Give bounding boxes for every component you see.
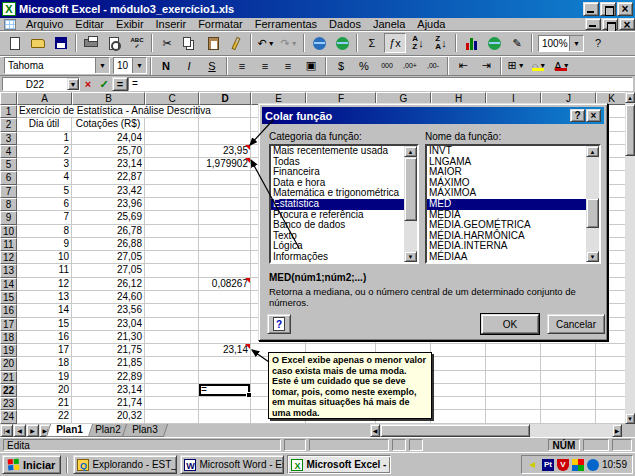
bold-icon[interactable]: N: [155, 57, 177, 74]
cell-A19[interactable]: 17: [17, 344, 72, 357]
cell-B21[interactable]: 22,89: [72, 371, 145, 384]
chart-wizard-icon[interactable]: [460, 33, 482, 53]
cell-A20[interactable]: 18: [17, 357, 72, 370]
cell-B2[interactable]: Cotações (R$): [72, 118, 145, 131]
menu-item-editar[interactable]: Editar: [69, 18, 110, 31]
cell-B19[interactable]: 21,75: [72, 344, 145, 357]
category-listbox[interactable]: Mais recentemente usadaTodasFinanceiraDa…: [269, 144, 419, 264]
align-right-icon[interactable]: ≡: [277, 57, 299, 74]
cell-D20[interactable]: [199, 357, 251, 370]
cell-A12[interactable]: 10: [17, 251, 72, 264]
cell-C22[interactable]: [145, 384, 199, 397]
row-header-11[interactable]: 11: [0, 238, 17, 251]
cell-C18[interactable]: [145, 331, 199, 344]
minimize-button[interactable]: [583, 2, 599, 16]
menu-item-exibir[interactable]: Exibir: [110, 18, 150, 31]
enter-entry-icon[interactable]: ✓: [96, 77, 112, 91]
column-header-D[interactable]: D: [199, 92, 251, 105]
cell-B4[interactable]: 25,70: [72, 145, 145, 158]
scroll-left-icon[interactable]: ◀: [370, 424, 380, 437]
row-header-3[interactable]: 3: [0, 132, 17, 145]
cell-C7[interactable]: [145, 185, 199, 198]
first-sheet-icon[interactable]: |◀: [0, 424, 13, 437]
cell-B23[interactable]: 21,74: [72, 397, 145, 410]
font-size-select[interactable]: 10 ▼: [113, 57, 147, 74]
scheduler-icon[interactable]: [572, 459, 584, 471]
dialog-close-icon[interactable]: ×: [586, 109, 601, 122]
cell-B22[interactable]: 23,14: [72, 384, 145, 397]
doc-minimize-button[interactable]: [585, 18, 601, 30]
doc-close-button[interactable]: [619, 18, 635, 30]
drawing-icon[interactable]: ✎: [506, 33, 528, 53]
function-scrollbar[interactable]: ▲ ▼: [586, 146, 599, 262]
menu-item-formatar[interactable]: Formatar: [192, 18, 249, 31]
ok-button[interactable]: OK: [481, 314, 539, 334]
cell-C15[interactable]: [145, 291, 199, 304]
cell-D15[interactable]: [199, 291, 251, 304]
function-item[interactable]: MED: [427, 199, 586, 210]
row-header-4[interactable]: 4: [0, 145, 17, 158]
menu-item-ferramentas[interactable]: Ferramentas: [249, 18, 323, 31]
italic-icon[interactable]: I: [178, 57, 200, 74]
row-header-17[interactable]: 17: [0, 318, 17, 331]
align-center-icon[interactable]: ≡: [254, 57, 276, 74]
row-header-6[interactable]: 6: [0, 171, 17, 184]
start-button[interactable]: Iniciar: [2, 455, 61, 474]
map-icon[interactable]: [483, 33, 505, 53]
column-header-C[interactable]: C: [145, 92, 199, 105]
cell-C10[interactable]: [145, 225, 199, 238]
cell-D16[interactable]: [199, 304, 251, 317]
close-button[interactable]: [617, 2, 633, 16]
prev-sheet-icon[interactable]: ◀: [13, 424, 26, 437]
cell-C4[interactable]: [145, 145, 199, 158]
cell-D19[interactable]: 23,14: [199, 344, 251, 357]
cell-C3[interactable]: [145, 132, 199, 145]
row-header-2[interactable]: 2: [0, 118, 17, 131]
new-icon[interactable]: [4, 33, 26, 53]
cancel-entry-icon[interactable]: ×: [80, 77, 96, 91]
antivirus-icon[interactable]: V: [557, 459, 569, 471]
print-preview-icon[interactable]: [103, 33, 125, 53]
cell-D21[interactable]: [199, 371, 251, 384]
cell-C21[interactable]: [145, 371, 199, 384]
cell-D7[interactable]: [199, 185, 251, 198]
cell-B10[interactable]: 26,78: [72, 225, 145, 238]
cell-D23[interactable]: [199, 397, 251, 410]
next-sheet-icon[interactable]: ▶: [26, 424, 39, 437]
currency-style-icon[interactable]: $: [330, 57, 352, 74]
function-item[interactable]: INVT: [427, 146, 586, 157]
category-item[interactable]: Estatística: [271, 199, 404, 210]
cell-C14[interactable]: [145, 278, 199, 291]
cell-A9[interactable]: 7: [17, 211, 72, 224]
cell-B9[interactable]: 25,69: [72, 211, 145, 224]
paste-icon[interactable]: [202, 33, 224, 53]
scroll-down-icon[interactable]: ▼: [625, 413, 635, 424]
cell-A5[interactable]: 3: [17, 158, 72, 171]
category-scroll-down-icon[interactable]: ▼: [404, 251, 417, 262]
function-listbox[interactable]: INVTLNGAMAMAIORMÁXIMOMÁXIMOAMEDMEDIAMÉDI…: [425, 144, 601, 264]
cell-D8[interactable]: [199, 198, 251, 211]
row-header-24[interactable]: 24: [0, 410, 17, 423]
horizontal-scroll-thumb[interactable]: [380, 424, 530, 437]
cell-D11[interactable]: [199, 238, 251, 251]
task-button-0[interactable]: QExplorando - EST_UNIDA...: [73, 455, 177, 474]
category-item[interactable]: Informações: [271, 252, 404, 262]
task-button-1[interactable]: WMicrosoft Word - Estatístic...: [180, 455, 284, 474]
sort-ascending-icon[interactable]: AZ↓: [407, 33, 429, 53]
workbook-icon[interactable]: [4, 19, 16, 30]
cell-C6[interactable]: [145, 171, 199, 184]
cell-C11[interactable]: [145, 238, 199, 251]
function-scroll-down-icon[interactable]: ▼: [586, 251, 599, 262]
open-icon[interactable]: [27, 33, 49, 53]
insert-hyperlink-icon[interactable]: [308, 33, 330, 53]
menu-item-arquivo[interactable]: Arquivo: [20, 18, 69, 31]
font-name-select[interactable]: Tahoma ▼: [4, 57, 110, 74]
row-header-19[interactable]: 19: [0, 344, 17, 357]
cell-B12[interactable]: 27,05: [72, 251, 145, 264]
menu-item-inserir[interactable]: Inserir: [150, 18, 193, 31]
align-left-icon[interactable]: ≡: [231, 57, 253, 74]
restore-button[interactable]: [600, 2, 616, 16]
horizontal-scrollbar[interactable]: ◀ ▶: [370, 424, 622, 437]
sort-descending-icon[interactable]: ZA↓: [430, 33, 452, 53]
player-icon[interactable]: [587, 459, 599, 471]
